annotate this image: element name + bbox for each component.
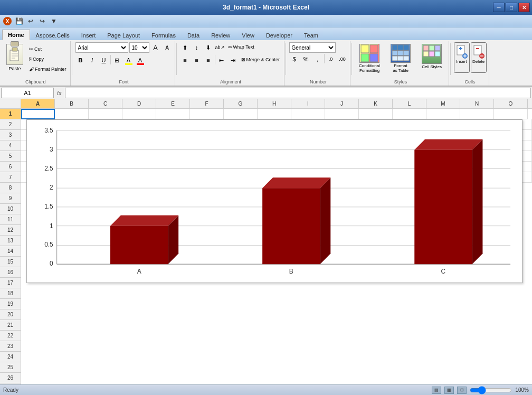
row-header-10[interactable]: 10 bbox=[0, 204, 21, 214]
conditional-formatting-btn[interactable]: ConditionalFormatting bbox=[355, 42, 384, 73]
formula-input[interactable] bbox=[65, 88, 531, 98]
row-header-18[interactable]: 18 bbox=[0, 288, 21, 299]
align-right-btn[interactable]: ≡ bbox=[203, 55, 214, 65]
office-button[interactable]: X bbox=[2, 16, 13, 26]
tab-review[interactable]: Review bbox=[205, 30, 236, 40]
border-button[interactable]: ⊞ bbox=[112, 55, 122, 65]
row-header-13[interactable]: 13 bbox=[0, 236, 21, 246]
tab-home[interactable]: Home bbox=[2, 30, 30, 40]
row-header-1[interactable]: 1 bbox=[0, 109, 21, 119]
tab-formulas[interactable]: Formulas bbox=[146, 30, 182, 40]
cell-E1[interactable] bbox=[156, 109, 190, 119]
decrease-font-btn[interactable]: A bbox=[162, 42, 173, 53]
percent-btn[interactable]: % bbox=[301, 54, 311, 64]
col-header-J[interactable]: J bbox=[325, 99, 359, 108]
col-header-F[interactable]: F bbox=[190, 99, 224, 108]
cell-L1[interactable] bbox=[393, 109, 426, 119]
font-family-select[interactable]: Arial bbox=[75, 42, 128, 53]
number-format-select[interactable]: General bbox=[289, 42, 336, 53]
undo-quick-btn[interactable]: ↩ bbox=[25, 16, 36, 26]
align-top-btn[interactable]: ⬆ bbox=[180, 42, 191, 53]
col-header-K[interactable]: K bbox=[359, 99, 393, 108]
increase-decimal-btn[interactable]: .0 bbox=[326, 54, 336, 64]
italic-button[interactable]: I bbox=[87, 55, 98, 65]
redo-quick-btn[interactable]: ↪ bbox=[37, 16, 48, 26]
row-header-9[interactable]: 9 bbox=[0, 193, 21, 204]
row-header-7[interactable]: 7 bbox=[0, 172, 21, 183]
fill-color-button[interactable]: A bbox=[124, 55, 134, 65]
row-header-11[interactable]: 11 bbox=[0, 214, 21, 225]
cell-styles-btn[interactable]: Cell Styles bbox=[417, 42, 446, 73]
align-middle-btn[interactable]: ↕ bbox=[192, 42, 202, 53]
cell-C1[interactable] bbox=[89, 109, 122, 119]
page-layout-view-btn[interactable]: ▦ bbox=[444, 387, 454, 394]
tab-view[interactable]: View bbox=[236, 30, 260, 40]
delete-cells-btn[interactable]: Delete bbox=[471, 42, 487, 73]
tab-developer[interactable]: Developer bbox=[260, 30, 298, 40]
minimize-button[interactable]: ─ bbox=[493, 3, 505, 12]
row-header-12[interactable]: 12 bbox=[0, 225, 21, 236]
format-painter-button[interactable]: 🖌 Format Painter bbox=[27, 64, 68, 74]
zoom-slider[interactable] bbox=[470, 388, 512, 393]
cell-A1[interactable] bbox=[21, 109, 55, 119]
tab-insert[interactable]: Insert bbox=[75, 30, 102, 40]
name-box[interactable]: A1 bbox=[1, 88, 54, 98]
cell-D1[interactable] bbox=[122, 109, 156, 119]
cell-H1[interactable] bbox=[258, 109, 291, 119]
col-header-O[interactable]: O bbox=[494, 99, 528, 108]
text-orient-btn[interactable]: ab↗ bbox=[215, 42, 225, 53]
cell-G1[interactable] bbox=[224, 109, 258, 119]
row-header-27[interactable]: 27 bbox=[0, 383, 21, 384]
row-header-6[interactable]: 6 bbox=[0, 162, 21, 172]
col-header-B[interactable]: B bbox=[55, 99, 89, 108]
col-header-A[interactable]: A bbox=[21, 99, 55, 108]
cell-K1[interactable] bbox=[359, 109, 393, 119]
save-quick-btn[interactable]: 💾 bbox=[14, 16, 24, 26]
close-button[interactable]: ✕ bbox=[518, 3, 530, 12]
decrease-indent-btn[interactable]: ⇤ bbox=[216, 55, 227, 65]
row-header-24[interactable]: 24 bbox=[0, 352, 21, 362]
col-header-L[interactable]: L bbox=[393, 99, 426, 108]
maximize-button[interactable]: □ bbox=[506, 3, 517, 12]
bold-button[interactable]: B bbox=[75, 55, 86, 65]
row-header-4[interactable]: 4 bbox=[0, 140, 21, 151]
col-header-G[interactable]: G bbox=[224, 99, 258, 108]
font-size-select[interactable]: 10 bbox=[129, 42, 149, 53]
cell-M1[interactable] bbox=[426, 109, 460, 119]
row-header-19[interactable]: 19 bbox=[0, 299, 21, 309]
row-header-25[interactable]: 25 bbox=[0, 362, 21, 373]
col-header-H[interactable]: H bbox=[258, 99, 291, 108]
row-header-20[interactable]: 20 bbox=[0, 309, 21, 320]
cut-button[interactable]: ✂ Cut bbox=[27, 44, 68, 54]
page-break-view-btn[interactable]: ⊞ bbox=[457, 387, 467, 394]
col-header-I[interactable]: I bbox=[291, 99, 325, 108]
col-header-D[interactable]: D bbox=[122, 99, 156, 108]
align-bottom-btn[interactable]: ⬇ bbox=[203, 42, 214, 53]
increase-indent-btn[interactable]: ⇥ bbox=[228, 55, 239, 65]
row-header-14[interactable]: 14 bbox=[0, 246, 21, 257]
insert-cells-btn[interactable]: Insert bbox=[454, 42, 470, 73]
customize-quick-btn[interactable]: ▼ bbox=[49, 16, 59, 26]
row-header-15[interactable]: 15 bbox=[0, 257, 21, 267]
row-header-26[interactable]: 26 bbox=[0, 373, 21, 383]
cell-J1[interactable] bbox=[325, 109, 359, 119]
row-header-3[interactable]: 3 bbox=[0, 130, 21, 140]
wrap-text-btn[interactable]: ⇔ Wrap Text bbox=[226, 42, 269, 52]
tab-team[interactable]: Team bbox=[298, 30, 324, 40]
normal-view-btn[interactable]: ▤ bbox=[432, 387, 441, 394]
cell-B1[interactable] bbox=[55, 109, 89, 119]
row-header-23[interactable]: 23 bbox=[0, 341, 21, 352]
row-header-16[interactable]: 16 bbox=[0, 267, 21, 278]
comma-btn[interactable]: , bbox=[312, 54, 323, 64]
row-header-22[interactable]: 22 bbox=[0, 331, 21, 341]
paste-button[interactable]: Paste bbox=[3, 42, 26, 74]
tab-aspose[interactable]: Aspose.Cells bbox=[30, 30, 75, 40]
chart-container[interactable]: 0 0.5 1 1.5 2 2.5 3 3.5 bbox=[26, 119, 522, 283]
font-color-button[interactable]: A bbox=[135, 55, 146, 65]
col-header-M[interactable]: M bbox=[426, 99, 460, 108]
merge-center-btn[interactable]: ⊠ Merge & Center bbox=[240, 55, 282, 64]
underline-button[interactable]: U bbox=[99, 55, 109, 65]
row-header-5[interactable]: 5 bbox=[0, 151, 21, 162]
align-center-btn[interactable]: ≡ bbox=[192, 55, 202, 65]
row-header-21[interactable]: 21 bbox=[0, 320, 21, 331]
